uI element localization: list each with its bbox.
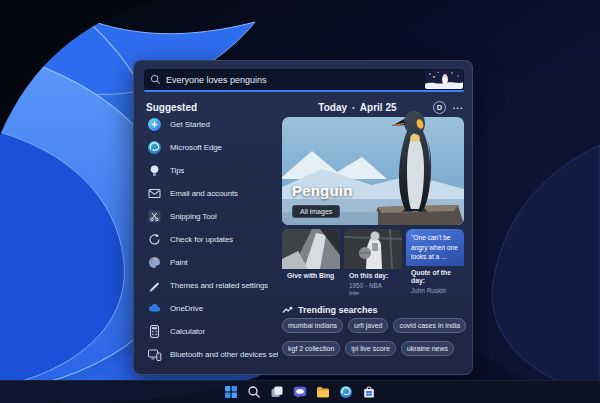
sidebar-item-snipping-tool[interactable]: Snipping Tool	[144, 205, 278, 228]
all-images-button[interactable]: All images	[292, 205, 340, 218]
card-give-with-bing[interactable]: Give with Bing	[282, 229, 340, 295]
taskbar-task-view-button[interactable]	[269, 384, 285, 400]
card-title: On this day:	[349, 272, 397, 281]
trending-pill[interactable]: mumbai indians	[282, 318, 343, 333]
sidebar-item-get-started[interactable]: Get Started	[144, 113, 278, 136]
onedrive-icon	[147, 301, 162, 316]
edge-icon	[339, 385, 353, 399]
sidebar-item-bluetooth-devices[interactable]: Bluetooth and other devices sett...	[144, 343, 278, 366]
today-label: Today	[318, 102, 347, 113]
file-explorer-icon	[316, 385, 330, 399]
sidebar-item-label: OneDrive	[170, 304, 203, 313]
sidebar-item-themes-settings[interactable]: Themes and related settings	[144, 274, 278, 297]
trending-header: Trending searches	[282, 304, 378, 315]
card-title: Quote of the day:	[411, 269, 459, 287]
sidebar-item-label: Email and accounts	[170, 189, 238, 198]
taskbar	[0, 380, 600, 403]
taskbar-search-button[interactable]	[246, 384, 262, 400]
search-icon	[150, 74, 161, 85]
give-with-bing-image	[282, 229, 340, 269]
trending-row-1: mumbai indians urfi javed covid cases in…	[282, 318, 466, 333]
email-icon	[147, 186, 162, 201]
sidebar-item-email-accounts[interactable]: Email and accounts	[144, 182, 278, 205]
card-subtitle: 1950 - NBA inte...	[349, 282, 397, 295]
updates-icon	[147, 232, 162, 247]
sidebar-item-label: Calculator	[170, 327, 205, 336]
bluetooth-devices-icon	[147, 347, 162, 362]
sidebar-item-label: Themes and related settings	[170, 281, 268, 290]
taskbar-file-explorer-button[interactable]	[315, 384, 331, 400]
more-options-button[interactable]: •••	[453, 105, 464, 111]
tips-icon	[147, 163, 162, 178]
sidebar-item-label: Bluetooth and other devices sett...	[170, 350, 278, 359]
sidebar-item-paint[interactable]: Paint	[144, 251, 278, 274]
hero-title: Penguin	[292, 182, 353, 199]
paint-icon	[147, 255, 162, 270]
taskbar-store-button[interactable]	[361, 384, 377, 400]
search-flyout-panel: Suggested Today • April 25 D ••• Get Sta…	[133, 60, 473, 375]
trending-pill[interactable]: ipl live score	[345, 341, 396, 356]
sidebar-item-check-updates[interactable]: Check for updates	[144, 228, 278, 251]
date-separator: •	[352, 103, 355, 112]
on-this-day-image	[344, 229, 402, 269]
sidebar-item-label: Get Started	[170, 120, 210, 129]
trending-pill[interactable]: ukraine news	[401, 341, 454, 356]
suggested-heading: Suggested	[146, 102, 197, 113]
store-icon	[362, 385, 376, 399]
sidebar-item-microsoft-edge[interactable]: Microsoft Edge	[144, 136, 278, 159]
card-on-this-day[interactable]: On this day: 1950 - NBA inte...	[344, 229, 402, 295]
snipping-tool-icon	[147, 209, 162, 224]
trending-up-icon	[282, 304, 293, 315]
trending-pill[interactable]: kgf 2 collection	[282, 341, 340, 356]
hero-card-penguin[interactable]: Penguin All images	[282, 117, 464, 225]
sidebar-item-tips[interactable]: Tips	[144, 159, 278, 182]
sidebar-item-label: Snipping Tool	[170, 212, 217, 221]
search-box[interactable]	[144, 69, 464, 92]
search-icon	[247, 385, 261, 399]
trending-row-2: kgf 2 collection ipl live score ukraine …	[282, 341, 466, 356]
sidebar-item-label: Paint	[170, 258, 188, 267]
start-icon	[224, 385, 238, 399]
card-quote-of-the-day[interactable]: "One can't be angry when one looks at a …	[406, 229, 464, 295]
calculator-icon	[147, 324, 162, 339]
trending-pill[interactable]: urfi javed	[348, 318, 388, 333]
daily-cards: Give with Bing	[282, 229, 464, 295]
taskbar-start-button[interactable]	[223, 384, 239, 400]
task-view-icon	[270, 385, 284, 399]
taskbar-edge-button[interactable]	[338, 384, 354, 400]
card-title: Give with Bing	[287, 272, 335, 281]
sidebar-item-calculator[interactable]: Calculator	[144, 320, 278, 343]
get-started-icon	[147, 117, 162, 132]
sidebar-item-label: Tips	[170, 166, 184, 175]
taskbar-chat-button[interactable]	[292, 384, 308, 400]
penguin-night-illustration	[425, 70, 463, 89]
sidebar-item-onedrive[interactable]: OneDrive	[144, 297, 278, 320]
edge-icon	[147, 140, 162, 155]
trending-pill[interactable]: covid cases in india	[393, 318, 466, 333]
trending-label: Trending searches	[298, 305, 378, 315]
chat-icon	[293, 385, 307, 399]
penguin-image	[384, 107, 442, 219]
sidebar-item-label: Microsoft Edge	[170, 143, 222, 152]
desktop: Suggested Today • April 25 D ••• Get Sta…	[0, 0, 600, 403]
search-input[interactable]	[166, 75, 425, 85]
card-subtitle: John Ruskin	[411, 287, 459, 295]
quote-text: "One can't be angry when one looks at a …	[406, 229, 464, 266]
themes-icon	[147, 278, 162, 293]
suggested-list: Get Started Microsoft Edge Tips	[144, 113, 278, 366]
sidebar-item-label: Check for updates	[170, 235, 233, 244]
